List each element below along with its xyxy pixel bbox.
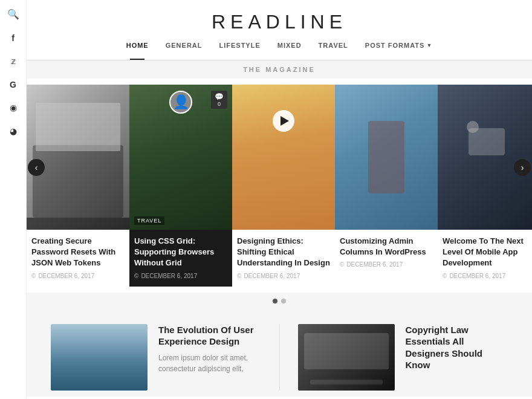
- bottom-img-2: [298, 324, 395, 391]
- nav-home[interactable]: HOME: [126, 42, 149, 54]
- magazine-label: THE MAGAZINE: [27, 60, 532, 79]
- carousel-wrapper: ‹ Creating Secure Password Resets With J…: [27, 79, 532, 293]
- bottom-section: The Evolution Of User Experience Design …: [27, 312, 532, 397]
- bottom-img-1: [51, 324, 148, 391]
- play-button[interactable]: [273, 110, 294, 132]
- carousel-card-4[interactable]: Customizing Admin Columns In WordPress D…: [335, 85, 438, 287]
- comment-badge: 💬 0: [211, 91, 227, 109]
- card-1-title: Creating Secure Password Resets With JSO…: [31, 236, 125, 269]
- bottom-content-1: The Evolution Of User Experience Design …: [158, 324, 261, 391]
- carousel-card-1[interactable]: Creating Secure Password Resets With JSO…: [27, 85, 129, 287]
- dribbble-icon[interactable]: ◉: [10, 103, 17, 113]
- site-header: READLINE: [27, 0, 532, 33]
- card-5-title: Welcome To The Next Level Of Mobile App …: [443, 236, 532, 269]
- carousel-dots: [27, 293, 532, 312]
- facebook-icon[interactable]: f: [11, 33, 15, 43]
- nav-lifestyle[interactable]: LIFESTYLE: [219, 42, 260, 54]
- bottom-title-2: Copyright Law Essentials All Designers S…: [406, 324, 508, 371]
- sidebar: 🔍 f 𝕫 G ◉ ◕: [0, 0, 27, 399]
- card-3-title: Designing Ethics: Shifting Ethical Under…: [237, 236, 330, 269]
- chevron-down-icon: ▼: [426, 42, 432, 48]
- carousel-card-5[interactable]: Welcome To The Next Level Of Mobile App …: [438, 85, 532, 287]
- divider: [279, 324, 280, 391]
- carousel-card-2[interactable]: 👤 💬 0 TRAVEL Using CSS Grid: Supporting …: [129, 85, 232, 287]
- card-2-title: Using CSS Grid: Supporting Browsers With…: [134, 236, 227, 269]
- dot-2[interactable]: [281, 299, 286, 303]
- comment-count: 0: [218, 101, 221, 107]
- bottom-card-1[interactable]: The Evolution Of User Experience Design …: [51, 324, 261, 391]
- carousel-card-3[interactable]: Designing Ethics: Shifting Ethical Under…: [232, 85, 335, 287]
- nav-mixed[interactable]: MIXED: [277, 42, 302, 54]
- google-icon[interactable]: G: [10, 80, 16, 89]
- card-5-date: DECEMBER 6, 2017: [443, 273, 532, 279]
- rss-icon[interactable]: ◕: [10, 126, 17, 137]
- play-icon: [281, 116, 289, 126]
- main-nav: HOME GENERAL LIFESTYLE MIXED TRAVEL POST…: [27, 33, 532, 60]
- search-icon[interactable]: 🔍: [7, 8, 19, 20]
- card-4-date: DECEMBER 6, 2017: [340, 261, 433, 268]
- card-2-date: DECEMBER 6, 2017: [134, 273, 227, 279]
- card-tag: TRAVEL: [134, 216, 164, 225]
- carousel-prev-button[interactable]: ‹: [28, 159, 45, 176]
- bottom-content-2: Copyright Law Essentials All Designers S…: [406, 324, 508, 391]
- nav-general[interactable]: GENERAL: [166, 42, 203, 54]
- card-3-date: DECEMBER 6, 2017: [237, 273, 330, 279]
- card-1-date: DECEMBER 6, 2017: [31, 273, 125, 279]
- bottom-title-1: The Evolution Of User Experience Design: [158, 324, 261, 348]
- avatar: 👤: [169, 91, 192, 114]
- site-title: READLINE: [27, 11, 532, 33]
- nav-travel[interactable]: TRAVEL: [319, 42, 348, 54]
- bottom-excerpt-1: Lorem ipsum dolor sit amet, consectetur …: [158, 352, 261, 374]
- carousel: Creating Secure Password Resets With JSO…: [27, 85, 532, 287]
- twitter-icon[interactable]: 𝕫: [11, 56, 16, 66]
- main-content: READLINE HOME GENERAL LIFESTYLE MIXED TR…: [27, 0, 532, 397]
- dot-1[interactable]: [273, 299, 277, 303]
- bottom-card-2[interactable]: Copyright Law Essentials All Designers S…: [298, 324, 508, 391]
- nav-post-formats[interactable]: POST FORMATS ▼: [365, 42, 433, 54]
- carousel-next-button[interactable]: ›: [514, 159, 531, 176]
- card-4-title: Customizing Admin Columns In WordPress: [340, 236, 433, 258]
